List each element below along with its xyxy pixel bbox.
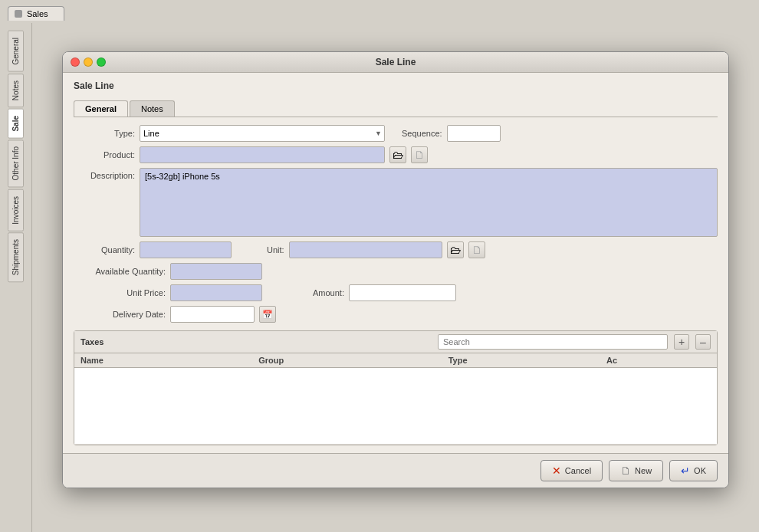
quantity-input[interactable]: 10 bbox=[140, 241, 232, 258]
cancel-label: Cancel bbox=[565, 466, 591, 475]
dialog-title: Sale Line bbox=[376, 57, 416, 67]
taxes-table: Name Group Type Ac bbox=[74, 353, 717, 445]
sidebar-tab-notes[interactable]: Notes bbox=[8, 74, 24, 107]
taxes-col-name: Name bbox=[74, 353, 252, 368]
sequence-input[interactable] bbox=[447, 125, 501, 142]
delivery-date-input[interactable]: 02/20/2015 bbox=[170, 306, 255, 323]
close-button[interactable] bbox=[71, 57, 80, 67]
tab-general[interactable]: General bbox=[74, 100, 128, 117]
available-quantity-row: Available Quantity: 100 bbox=[74, 263, 718, 280]
product-folder-icon[interactable]: 🗁 bbox=[389, 146, 406, 163]
unit-price-amount-row: Unit Price: 799.0000 Amount: 7,990.00 bbox=[74, 284, 718, 301]
taxes-col-type: Type bbox=[442, 353, 600, 368]
dialog-section-title: Sale Line bbox=[74, 80, 718, 94]
taxes-empty-row bbox=[74, 368, 717, 445]
available-quantity-input[interactable]: 100 bbox=[170, 263, 262, 280]
traffic-lights bbox=[71, 57, 106, 67]
sidebar-tab-other-info[interactable]: Other Info bbox=[8, 140, 24, 187]
sidebar-tab-general[interactable]: General bbox=[8, 31, 24, 72]
available-quantity-label: Available Quantity: bbox=[74, 267, 166, 276]
sidebar-tab-invoices[interactable]: Invoices bbox=[8, 189, 24, 232]
unit-input[interactable]: Unit bbox=[289, 241, 442, 258]
type-row: Type: Line Comment Subtotal Title ▼ Sequ… bbox=[74, 125, 718, 142]
cancel-button[interactable]: ✕ Cancel bbox=[540, 460, 603, 481]
taxes-remove-button[interactable]: – bbox=[695, 334, 711, 350]
description-textarea[interactable]: [5s-32gb] iPhone 5s bbox=[140, 168, 718, 237]
taxes-header: Taxes + – bbox=[74, 331, 717, 353]
unit-folder-icon[interactable]: 🗁 bbox=[447, 241, 464, 258]
quantity-label: Quantity: bbox=[74, 245, 135, 255]
type-select-wrapper: Line Comment Subtotal Title ▼ bbox=[140, 125, 385, 142]
unit-price-input[interactable]: 799.0000 bbox=[170, 284, 262, 301]
new-label: New bbox=[635, 466, 652, 475]
new-doc-icon: 🗋 bbox=[620, 465, 631, 477]
taxes-col-group: Group bbox=[252, 353, 442, 368]
minimize-button[interactable] bbox=[84, 57, 93, 67]
tab-notes[interactable]: Notes bbox=[130, 100, 175, 117]
ok-label: OK bbox=[694, 466, 706, 475]
taxes-search-input[interactable] bbox=[438, 334, 668, 350]
dialog-inner-tabs: General Notes bbox=[74, 100, 718, 117]
cancel-icon: ✕ bbox=[552, 465, 561, 477]
sidebar-tabs: General Notes Sale Other Info Invoices S… bbox=[0, 23, 32, 532]
new-button[interactable]: 🗋 New bbox=[609, 460, 663, 481]
dialog-titlebar: Sale Line bbox=[63, 52, 728, 73]
app-tab-label: Sales bbox=[27, 9, 48, 18]
unit-label: Unit: bbox=[267, 245, 284, 255]
delivery-date-calendar-icon[interactable]: 📅 bbox=[259, 306, 276, 323]
delivery-date-label: Delivery Date: bbox=[74, 310, 166, 319]
product-input[interactable]: [5s-32gb] iPhone 5s bbox=[140, 146, 385, 163]
taxes-section: Taxes + – Name Group Type Ac bbox=[74, 330, 718, 445]
quantity-unit-row: Quantity: 10 Unit: Unit 🗁 🗋 bbox=[74, 241, 718, 258]
app-tab[interactable]: Sales bbox=[8, 6, 64, 21]
delivery-date-row: Delivery Date: 02/20/2015 📅 bbox=[74, 306, 718, 323]
sequence-label: Sequence: bbox=[402, 129, 442, 138]
amount-label: Amount: bbox=[313, 288, 344, 297]
app-tab-close-icon[interactable] bbox=[15, 10, 22, 18]
unit-price-label: Unit Price: bbox=[74, 288, 166, 297]
type-label: Type: bbox=[74, 129, 135, 138]
description-label: Description: bbox=[74, 171, 135, 180]
unit-new-icon[interactable]: 🗋 bbox=[468, 241, 485, 258]
maximize-button[interactable] bbox=[97, 57, 106, 67]
dialog-footer: ✕ Cancel 🗋 New ↵ OK bbox=[63, 453, 728, 488]
type-select[interactable]: Line Comment Subtotal Title bbox=[140, 125, 385, 142]
dialog-content: Sale Line General Notes Type: Line Comme… bbox=[63, 73, 728, 453]
sidebar-tab-sale[interactable]: Sale bbox=[8, 109, 24, 139]
ok-button[interactable]: ↵ OK bbox=[669, 460, 718, 481]
taxes-add-button[interactable]: + bbox=[674, 334, 689, 350]
amount-input[interactable]: 7,990.00 bbox=[349, 284, 456, 301]
taxes-table-body bbox=[74, 368, 717, 445]
description-row: Description: [5s-32gb] iPhone 5s bbox=[74, 168, 718, 237]
product-new-icon[interactable]: 🗋 bbox=[411, 146, 428, 163]
taxes-col-ac: Ac bbox=[600, 353, 717, 368]
ok-icon: ↵ bbox=[681, 465, 690, 477]
dialog-overlay: Sale Line Sale Line General Notes Type: … bbox=[32, 23, 759, 532]
taxes-title: Taxes bbox=[80, 337, 432, 346]
product-label: Product: bbox=[74, 150, 135, 159]
dialog-window: Sale Line Sale Line General Notes Type: … bbox=[62, 51, 729, 488]
sidebar-tab-shipments[interactable]: Shipments bbox=[8, 232, 24, 282]
product-row: Product: [5s-32gb] iPhone 5s 🗁 🗋 bbox=[74, 146, 718, 163]
